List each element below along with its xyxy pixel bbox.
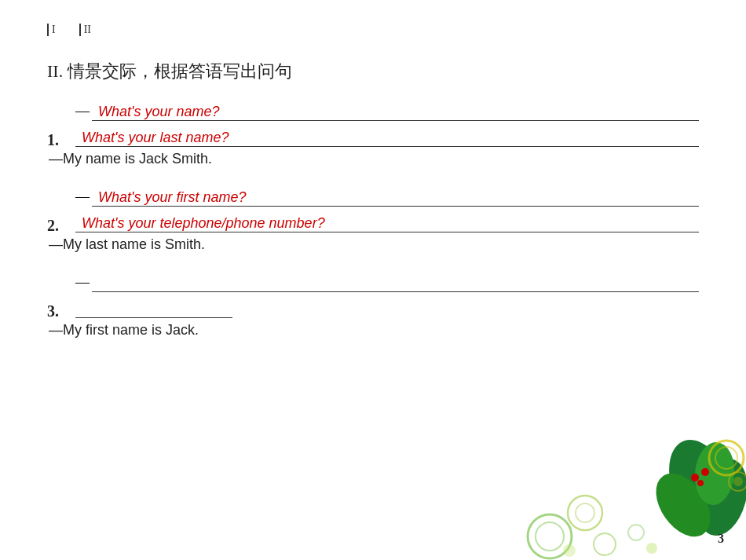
q2-static: —My last name is Smith. xyxy=(47,235,699,258)
svg-point-18 xyxy=(697,480,704,486)
question-3: 3. — —My first name is Jack. xyxy=(47,269,699,343)
svg-point-1 xyxy=(536,522,564,551)
q3-underline1 xyxy=(92,269,699,292)
top-bar: I II xyxy=(47,16,699,36)
q3-underline2 xyxy=(75,295,232,318)
page: I II II. 情景交际，根据答语写出问句 1. — What's your … xyxy=(0,0,746,560)
svg-point-15 xyxy=(733,477,743,486)
q3-static: —My first name is Jack. xyxy=(47,320,699,343)
q2-underline1: What's your first name? xyxy=(92,183,699,207)
marker-i: I xyxy=(47,24,56,36)
svg-point-3 xyxy=(576,503,594,522)
svg-point-2 xyxy=(568,496,602,530)
q1-underline1: What's your name? xyxy=(92,97,699,121)
q1-answer2: What's your last name? xyxy=(75,130,232,146)
svg-point-7 xyxy=(563,544,576,557)
svg-point-17 xyxy=(701,468,709,476)
deco-svg xyxy=(526,434,746,560)
section-header: II. 情景交际，根据答语写出问句 xyxy=(47,60,699,83)
svg-point-5 xyxy=(628,525,644,540)
q2-underline2: What's your telephone/phone number? xyxy=(75,209,699,232)
q2-answer1: What's your first name? xyxy=(92,189,250,206)
q1-static: —My name is Jack Smith. xyxy=(47,149,699,172)
svg-point-4 xyxy=(594,533,616,555)
q2-number: 2. xyxy=(47,217,59,235)
q3-number: 3. xyxy=(47,302,59,320)
question-2: 2. — What's your first name? What's your… xyxy=(47,183,699,258)
q1-line1: — What's your name? xyxy=(75,97,699,121)
q3-line1: — xyxy=(75,269,699,292)
q2-answer2: What's your telephone/phone number? xyxy=(75,215,328,232)
q2-line1: — What's your first name? xyxy=(75,183,699,207)
q1-dash1: — xyxy=(75,103,90,121)
page-number: 3 xyxy=(718,532,724,546)
q3-dash1: — xyxy=(75,274,90,292)
q1-underline2: What's your last name? xyxy=(75,123,699,147)
q1-answer1: What's your name? xyxy=(92,104,223,120)
marker-ii: II xyxy=(79,24,91,36)
q2-dash1: — xyxy=(75,188,90,207)
question-1: 1. — What's your name? What's your last … xyxy=(47,97,699,172)
svg-point-6 xyxy=(646,543,657,554)
svg-point-16 xyxy=(691,474,699,481)
q1-number: 1. xyxy=(47,131,59,149)
